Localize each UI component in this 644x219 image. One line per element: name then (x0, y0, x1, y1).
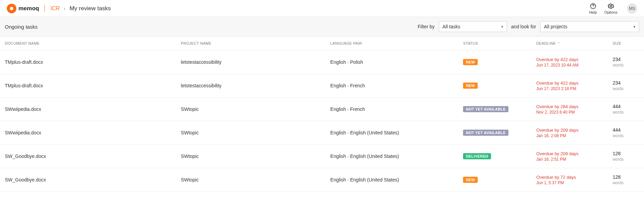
cell-language-pair: English›French (330, 83, 463, 88)
options-label: Options (604, 10, 617, 14)
cell-document-name: SW_Goodbye.docx (5, 154, 181, 159)
brand[interactable]: memoq ICR (7, 4, 60, 13)
filter-by-label: Filter by (418, 24, 435, 29)
col-deadline[interactable]: DEADLINE⌃ (536, 41, 613, 45)
deadline-overdue: Overdue by 209 days (536, 151, 613, 156)
col-document-name[interactable]: DOCUMENT NAME (5, 41, 181, 45)
cell-language-pair: English›French (330, 106, 463, 112)
size-number: 444 (613, 127, 639, 133)
deadline-overdue: Overdue by 72 days (536, 175, 613, 180)
deadline-date: Jun 1, 5:37 PM (536, 180, 613, 185)
cell-project-name: SWtopic (181, 177, 331, 182)
cell-project-name: SWtopic (181, 106, 331, 112)
lang-source: English (330, 106, 346, 112)
filter-bar: Ongoing tasks Filter by All tasks ▾ and … (0, 17, 644, 36)
avatar[interactable]: MS (627, 3, 637, 14)
cell-status: NEW (463, 83, 536, 89)
help-label: Help (589, 10, 597, 14)
deadline-date: Jun 17, 2023 10:44 AM (536, 63, 613, 68)
col-size[interactable]: SIZE (613, 41, 639, 45)
status-badge: NEW (463, 177, 478, 183)
chevron-right-icon: › (347, 178, 349, 182)
size-number: 234 (613, 57, 639, 62)
status-badge: NOT YET AVAILABLE (463, 106, 508, 112)
table-row[interactable]: SWwiipedia.docxSWtopicEnglish›English (U… (0, 121, 644, 145)
size-number: 444 (613, 104, 639, 109)
cell-document-name: SWwiipedia.docx (5, 130, 181, 135)
table-row[interactable]: TMplus-draft.docxletstestaccessibilityEn… (0, 50, 644, 74)
cell-document-name: SW_Goodbye.docx (5, 177, 181, 182)
cell-deadline: Overdue by 284 daysNov 2, 2023 6:40 PM (536, 104, 613, 115)
lang-source: English (330, 59, 346, 65)
status-badge: NEW (463, 83, 478, 89)
chevron-right-icon: › (347, 154, 349, 159)
cell-size: 444words (613, 104, 639, 115)
status-badge: DELIVERED (463, 153, 491, 159)
cell-document-name: TMplus-draft.docx (5, 59, 181, 65)
look-for-value: All projects (544, 24, 567, 29)
brand-text: memoq (18, 5, 39, 12)
look-for-select[interactable]: All projects ▾ (540, 21, 639, 32)
col-language-pair[interactable]: LANGUAGE PAIR (330, 41, 463, 45)
deadline-overdue: Overdue by 422 days (536, 81, 613, 86)
chevron-right-icon: › (347, 107, 349, 112)
status-badge: NOT YET AVAILABLE (463, 130, 508, 136)
lang-target: French (350, 83, 365, 88)
chevron-right-icon: › (347, 60, 349, 65)
lang-source: English (330, 130, 346, 135)
cell-project-name: letstestaccessibility (181, 83, 331, 88)
table-row[interactable]: SW_Goodbye.docxSWtopicEnglish›English (U… (0, 145, 644, 168)
size-unit: words (613, 86, 639, 91)
look-for-label: and look for (511, 24, 536, 29)
sort-asc-icon: ⌃ (557, 42, 560, 45)
cell-language-pair: English›English (United States) (330, 154, 463, 159)
table-row[interactable]: TMplus-draft.docxletstestaccessibilityEn… (0, 74, 644, 98)
help-button[interactable]: Help (589, 3, 597, 14)
table-row[interactable]: SWwiipedia.docxSWtopicEnglish›FrenchNOT … (0, 98, 644, 121)
deadline-overdue: Overdue by 422 days (536, 57, 613, 62)
cell-size: 234words (613, 80, 639, 91)
gear-icon (607, 3, 614, 10)
lang-target: Polish (350, 59, 363, 65)
cell-status: DELIVERED (463, 153, 536, 159)
cell-size: 444words (613, 127, 639, 138)
cell-deadline: Overdue by 422 daysJun 17, 2023 10:44 AM (536, 57, 613, 68)
size-number: 234 (613, 80, 639, 86)
lang-source: English (330, 83, 346, 88)
cell-status: NEW (463, 177, 536, 183)
svg-point-1 (593, 7, 593, 8)
page-title: My review tasks (70, 5, 111, 12)
filter-by-value: All tasks (443, 24, 460, 29)
lang-source: English (330, 154, 346, 159)
cell-language-pair: English›English (United States) (330, 177, 463, 182)
lang-target: English (United States) (350, 177, 399, 182)
svg-point-2 (610, 5, 612, 7)
cell-project-name: SWtopic (181, 130, 331, 135)
cell-project-name: letstestaccessibility (181, 59, 331, 65)
cell-size: 128words (613, 174, 639, 185)
filter-by-select[interactable]: All tasks ▾ (439, 21, 507, 32)
table-body: TMplus-draft.docxletstestaccessibilityEn… (0, 50, 644, 192)
lang-target: English (United States) (350, 130, 399, 135)
cell-project-name: SWtopic (181, 154, 331, 159)
deadline-overdue: Overdue by 284 days (536, 104, 613, 109)
cell-deadline: Overdue by 72 daysJun 1, 5:37 PM (536, 175, 613, 185)
deadline-date: Jan 16, 2:51 PM (536, 157, 613, 162)
cell-document-name: SWwiipedia.docx (5, 106, 181, 112)
chevron-right-icon: › (64, 6, 66, 11)
cell-status: NOT YET AVAILABLE (463, 106, 536, 112)
cell-language-pair: English›Polish (330, 59, 463, 65)
cell-status: NOT YET AVAILABLE (463, 130, 536, 136)
cell-deadline: Overdue by 209 daysJan 16, 2:08 PM (536, 128, 613, 138)
brand-sub: ICR (50, 5, 60, 12)
table-row[interactable]: SW_Goodbye.docxSWtopicEnglish›English (U… (0, 168, 644, 192)
col-project-name[interactable]: PROJECT NAME (181, 41, 331, 45)
options-button[interactable]: Options (604, 3, 617, 14)
deadline-date: Jan 16, 2:08 PM (536, 133, 613, 138)
size-unit: words (613, 133, 639, 138)
chevron-down-icon: ▾ (501, 25, 503, 29)
size-unit: words (613, 110, 639, 115)
col-status[interactable]: STATUS (463, 41, 536, 45)
cell-document-name: TMplus-draft.docx (5, 83, 181, 88)
chevron-right-icon: › (347, 84, 349, 88)
